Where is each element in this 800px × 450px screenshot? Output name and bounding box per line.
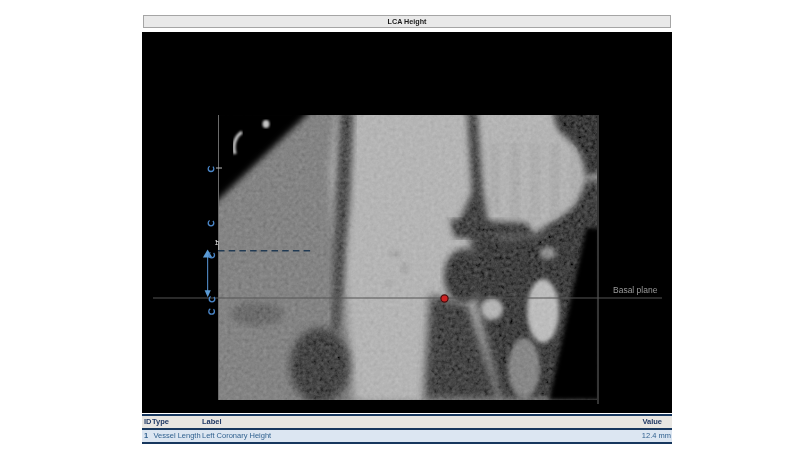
- svg-text:1: 1: [215, 239, 219, 246]
- svg-text:Basal plane: Basal plane: [613, 285, 658, 295]
